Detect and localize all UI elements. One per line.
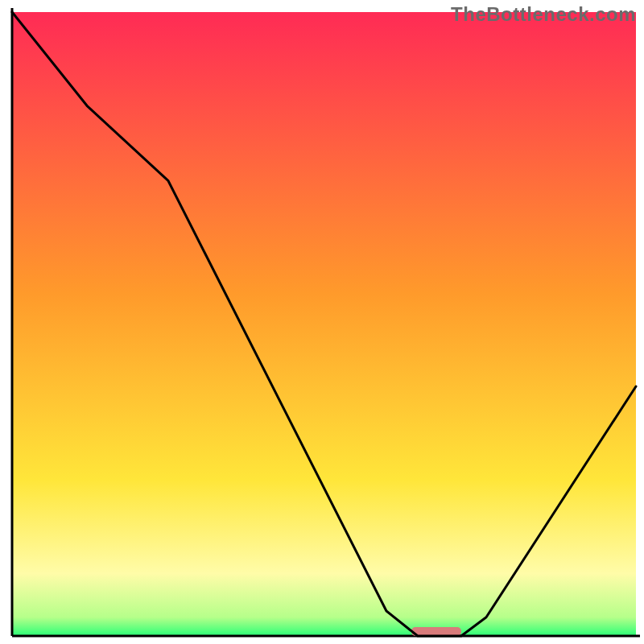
optimal-range-marker [411,627,461,636]
chart-canvas [0,0,644,644]
watermark-text: TheBottleneck.com [451,3,636,26]
plot-background [12,12,636,636]
bottleneck-chart: TheBottleneck.com [0,0,644,644]
